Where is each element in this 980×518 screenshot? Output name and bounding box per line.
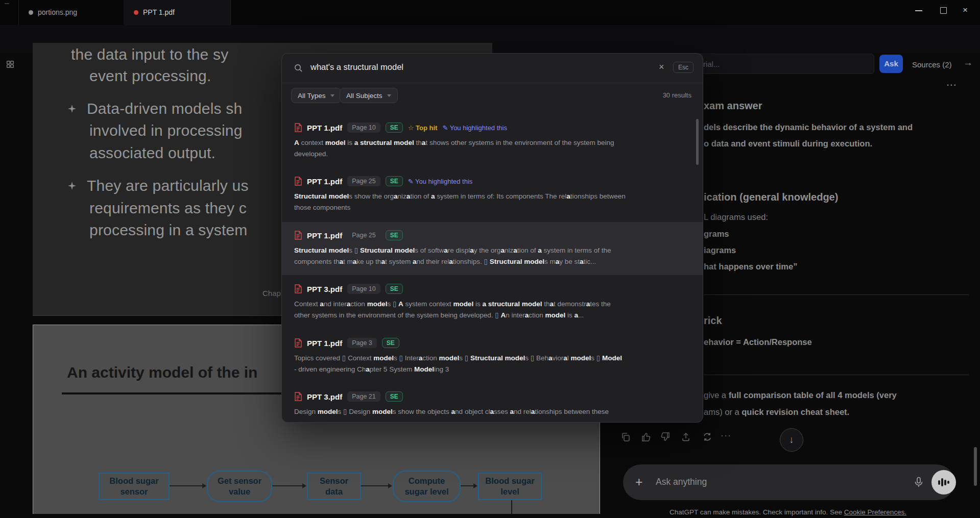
diamond-bullet-icon — [68, 182, 76, 190]
window-menu-dash[interactable] — [5, 3, 9, 4]
panel-scrollbar[interactable] — [974, 447, 977, 486]
tab-dot-red-icon — [134, 10, 138, 15]
chat-divider — [704, 294, 969, 295]
search-modal: what's a structural model × Esc All Type… — [281, 53, 703, 423]
pdf-file-icon — [294, 338, 302, 348]
flow-node: Blood sugar level — [478, 473, 542, 500]
chat-options-icon[interactable]: ⋯ — [946, 79, 958, 91]
pdf-file-icon — [294, 284, 302, 293]
pdf-text-line: the data input to the sy — [71, 46, 228, 63]
result-snippet: Design models ▯ Design models show the o… — [294, 406, 626, 417]
chat-heading-fragment: ication (general knowledge) — [704, 191, 838, 203]
microphone-icon[interactable] — [913, 476, 925, 488]
result-page-badge: Page 25 — [347, 230, 380, 240]
cookie-preferences-link[interactable]: Cookie Preferences. — [844, 508, 906, 516]
flowchart-connector-line — [511, 500, 512, 514]
chevron-down-icon — [330, 94, 334, 97]
chat-text-fragment: ams) or a quick revision cheat sheet. — [704, 407, 849, 417]
tab-portions-png[interactable]: portions.png — [18, 0, 124, 25]
titlebar: portions.png PPT 1.pdf × — [0, 0, 980, 26]
flow-node: Sensor data — [307, 473, 361, 500]
result-snippet: Structural models ▯ Structural models of… — [294, 245, 626, 267]
tab-label: PPT 1.pdf — [143, 8, 175, 16]
flow-node: Get sensor value — [207, 471, 272, 502]
chat-text-fragment: give a full comparison table of all 4 mo… — [704, 390, 897, 400]
result-page-badge: Page 25 — [347, 176, 380, 186]
search-result-row[interactable]: PPT 1.pdfPage 25SE✎ You highlighted this… — [282, 168, 703, 221]
diamond-bullet-icon — [68, 105, 76, 113]
subject-badge: SE — [386, 176, 403, 186]
pdf-text-line: They are particularly us — [87, 177, 249, 194]
copy-icon[interactable] — [620, 432, 632, 443]
scroll-to-bottom-button[interactable]: ↓ — [780, 428, 803, 452]
modal-scrollbar[interactable] — [696, 119, 699, 165]
chat-text-fragment: L diagrams used: — [704, 212, 768, 222]
pdf-file-icon — [294, 231, 302, 240]
subject-badge: SE — [382, 338, 399, 348]
flow-arrow-icon — [272, 485, 303, 486]
share-icon[interactable] — [681, 432, 692, 443]
chat-divider — [704, 375, 969, 375]
search-modal-header: what's a structural model × Esc — [282, 54, 703, 83]
esc-key-badge[interactable]: Esc — [673, 62, 694, 73]
you-highlighted-badge: ✎ You highlighted this — [442, 124, 507, 132]
chat-text-fragment: o data and event stimuli during executio… — [704, 139, 872, 149]
search-result-row[interactable]: PPT 1.pdfPage 3SETopics covered ▯ Contex… — [282, 330, 703, 383]
more-actions-icon[interactable]: ··· — [721, 431, 731, 441]
filter-label: All Subjects — [346, 92, 383, 100]
close-icon[interactable]: × — [963, 5, 968, 15]
app-root: portions.png PPT 1.pdf × T 14 — [0, 0, 980, 518]
result-snippet: A context model is a structural model th… — [294, 137, 626, 159]
subject-badge: SE — [386, 391, 403, 402]
regenerate-icon[interactable] — [702, 432, 713, 443]
flow-arrow-icon — [170, 485, 203, 486]
voice-mode-button[interactable] — [931, 470, 956, 495]
chevron-down-icon — [387, 94, 391, 97]
search-query-input[interactable]: what's a structural model — [310, 62, 403, 72]
result-snippet: Context and interaction models ▯ A syste… — [294, 299, 626, 320]
search-result-row[interactable]: PPT 1.pdfPage 25SEStructural models ▯ St… — [282, 222, 703, 275]
thumbs-down-icon[interactable] — [660, 432, 672, 443]
filter-all-types[interactable]: All Types — [291, 88, 341, 103]
pdf-file-icon — [294, 177, 302, 186]
chat-text-fragment: hat happens over time” — [704, 262, 797, 272]
pdf-file-icon — [294, 123, 302, 132]
you-highlighted-badge: ✎ You highlighted this — [408, 178, 473, 185]
chat-input-bar[interactable]: + Ask anything — [623, 464, 954, 500]
pdf-text-line: event processing. — [89, 67, 211, 85]
result-file-name: PPT 3.pdf — [307, 285, 342, 293]
pdf-text-line: associated output. — [89, 144, 216, 162]
chat-heading-fragment: xam answer — [704, 100, 762, 112]
result-page-badge: Page 21 — [347, 391, 380, 402]
chat-text-fragment: dels describe the dynamic behavior of a … — [704, 122, 913, 132]
search-result-row[interactable]: PPT 1.pdfPage 10SE☆ Top hit✎ You highlig… — [282, 114, 703, 167]
grid-icon[interactable] — [6, 60, 15, 69]
minimize-icon[interactable] — [915, 10, 922, 11]
tab-ppt1-pdf[interactable]: PPT 1.pdf — [124, 0, 230, 25]
chat-text-fragment: ehavior = Action/Response — [704, 337, 812, 347]
chat-disclaimer: ChatGPT can make mistakes. Check importa… — [653, 508, 923, 516]
tab-label: portions.png — [38, 8, 77, 16]
result-snippet: Structural models show the organization … — [294, 191, 626, 213]
result-file-name: PPT 1.pdf — [307, 124, 342, 132]
flow-arrow-icon — [461, 485, 474, 486]
search-result-row[interactable]: PPT 3.pdfPage 10SEContext and interactio… — [282, 276, 703, 329]
chat-text-fragment: grams — [704, 229, 729, 239]
thumbs-up-icon[interactable] — [641, 432, 652, 443]
search-result-row[interactable]: PPT 3.pdfPage 21SEDesign models ▯ Design… — [282, 383, 703, 423]
top-hit-badge: ☆ Top hit — [408, 124, 438, 132]
maximize-icon[interactable] — [940, 7, 947, 14]
tab-dot-gray-icon — [29, 10, 33, 15]
result-file-name: PPT 3.pdf — [307, 392, 342, 401]
pdf-text-line: Data-driven models sh — [87, 100, 242, 117]
slide-heading-underline — [62, 392, 315, 394]
subject-badge: SE — [386, 284, 403, 294]
flow-arrow-icon — [361, 485, 389, 486]
flow-node: Compute sugar level — [393, 471, 461, 502]
close-icon[interactable]: × — [659, 62, 664, 72]
filter-label: All Types — [298, 92, 326, 100]
result-page-badge: Page 10 — [347, 122, 380, 133]
chat-input-placeholder[interactable]: Ask anything — [656, 477, 707, 487]
filter-all-subjects[interactable]: All Subjects — [340, 88, 398, 103]
attach-plus-icon[interactable]: + — [635, 475, 643, 489]
